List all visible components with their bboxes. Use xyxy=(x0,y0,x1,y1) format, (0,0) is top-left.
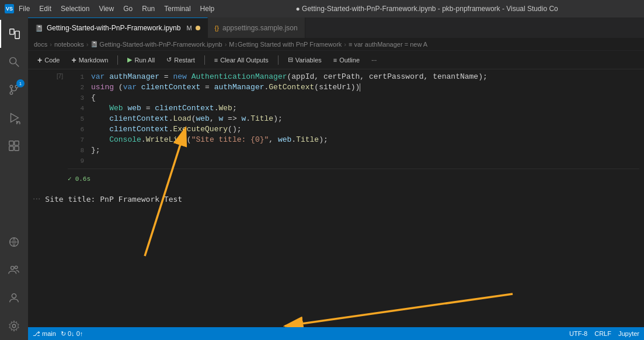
line-content-2: using (var clientContext = authManager.G… xyxy=(91,82,639,93)
variables-button[interactable]: ⊟ Variables xyxy=(283,54,326,65)
line-num-3: 3 xyxy=(70,93,84,103)
status-branch[interactable]: ⎇ main xyxy=(33,330,56,338)
outline-icon: ≡ xyxy=(333,57,337,64)
line-num-6: 6 xyxy=(70,124,84,135)
output-time: 0.6s xyxy=(75,174,90,184)
status-right: UTF-8 CRLF Jupyter xyxy=(569,330,639,337)
restart-button[interactable]: ↺ Restart xyxy=(162,54,199,65)
svg-rect-14 xyxy=(15,146,19,150)
more-label: ··· xyxy=(371,57,377,64)
svg-point-4 xyxy=(10,85,13,88)
line-content-6: clientContext.ExecuteQuery(); xyxy=(91,124,639,135)
check-icon: ✓ xyxy=(68,174,72,184)
settings-icon xyxy=(8,320,20,332)
status-eol[interactable]: CRLF xyxy=(594,330,611,337)
explorer-icon xyxy=(8,27,21,40)
run-icon xyxy=(8,111,20,124)
breadcrumb-code[interactable]: ≡ var authManager = new A xyxy=(349,41,427,48)
line-content-5: clientContext.Load(web, w => w.Title); xyxy=(91,114,639,124)
status-sync[interactable]: ↻ 0↓ 0↑ xyxy=(61,330,83,338)
menu-view[interactable]: View xyxy=(99,5,114,13)
menu-run[interactable]: Run xyxy=(142,5,155,13)
run-all-icon: ▶ xyxy=(127,56,132,64)
svg-rect-11 xyxy=(9,141,13,145)
activity-item-accounts[interactable] xyxy=(0,284,28,312)
json-tab-icon: {} xyxy=(215,24,219,31)
svg-rect-1 xyxy=(15,31,19,38)
menu-file[interactable]: File xyxy=(19,5,30,13)
activity-item-search[interactable] xyxy=(0,48,28,76)
line-num-9: 9 xyxy=(70,156,84,166)
breadcrumb-file-icon: 📓 xyxy=(90,41,98,47)
main-layout: 1 xyxy=(0,17,644,340)
breadcrumb-docs[interactable]: docs xyxy=(34,41,47,48)
variables-icon: ⊟ xyxy=(288,56,293,64)
output-status: ✓ 0.6s xyxy=(68,174,639,184)
status-encoding[interactable]: UTF-8 xyxy=(569,330,587,337)
status-bar: ⎇ main ↻ 0↓ 0↑ UTF-8 CRLF Jupyter xyxy=(28,327,644,340)
restart-icon: ↺ xyxy=(166,56,172,64)
svg-rect-12 xyxy=(15,141,19,145)
svg-point-19 xyxy=(12,294,16,298)
breadcrumb-section[interactable]: M↕Getting Started with PnP Framework xyxy=(229,41,342,48)
menu-bar[interactable]: File Edit Selection View Go Run Terminal… xyxy=(19,5,214,13)
menu-help[interactable]: Help xyxy=(200,5,215,13)
add-code-button[interactable]: + Code xyxy=(33,54,64,66)
line-content-9 xyxy=(91,156,639,166)
teams-icon xyxy=(8,264,20,276)
activity-bar: 1 xyxy=(0,17,28,340)
tab-bar: 📓 Getting-Started-with-PnP-Framework.ipy… xyxy=(28,17,644,38)
menu-selection[interactable]: Selection xyxy=(61,5,89,13)
plus-icon: + xyxy=(37,55,42,65)
toolbar-separator-3 xyxy=(278,55,279,65)
menu-go[interactable]: Go xyxy=(123,5,133,13)
svg-rect-0 xyxy=(10,29,14,34)
activity-item-remote[interactable] xyxy=(0,228,28,256)
search-icon xyxy=(8,55,20,68)
menu-edit[interactable]: Edit xyxy=(39,5,51,13)
run-all-button[interactable]: ▶ Run All xyxy=(123,54,159,65)
extensions-icon xyxy=(8,139,20,152)
line-content-1: var authManager = new AuthenticationMana… xyxy=(91,72,639,82)
line-content-8: }; xyxy=(91,145,639,156)
code-label: Code xyxy=(44,57,60,64)
menu-terminal[interactable]: Terminal xyxy=(164,5,190,13)
line-num-2: 2 xyxy=(70,82,84,93)
status-language[interactable]: Jupyter xyxy=(618,330,639,337)
line-num-7: 7 xyxy=(70,135,84,145)
breadcrumb-notebooks[interactable]: notebooks xyxy=(54,41,84,48)
more-button[interactable]: ··· xyxy=(367,55,381,65)
output-text-row: ··· Site title: PnP Framework Test xyxy=(28,194,644,209)
variables-label: Variables xyxy=(295,57,322,64)
notebook-tab-icon: 📓 xyxy=(35,24,43,32)
clear-outputs-button[interactable]: ≡ Clear All Outputs xyxy=(210,55,273,65)
notebook-content[interactable]: [7] 1 var authManager = new Authenticati… xyxy=(28,69,644,327)
add-markdown-button[interactable]: + Markdown xyxy=(67,54,113,66)
activity-item-run[interactable] xyxy=(0,104,28,132)
cell-exec-number: [7] xyxy=(57,73,63,79)
line-num-1: 1 xyxy=(70,72,84,82)
output-text: Site title: PnP Framework Test xyxy=(45,194,182,205)
output-ellipsis: ··· xyxy=(33,194,40,204)
activity-item-teams[interactable] xyxy=(0,256,28,284)
activity-item-extensions[interactable] xyxy=(0,132,28,160)
svg-marker-8 xyxy=(11,114,19,122)
cell-body[interactable]: 1 var authManager = new AuthenticationMa… xyxy=(68,72,639,191)
svg-point-20 xyxy=(12,324,16,328)
activity-item-source-control[interactable]: 1 xyxy=(0,76,28,104)
tab-json[interactable]: {} appsettings.sample.json xyxy=(208,17,305,38)
svg-point-18 xyxy=(15,266,18,269)
code-line-6: 6 clientContext.ExecuteQuery(); xyxy=(68,124,639,135)
tab-notebook[interactable]: 📓 Getting-Started-with-PnP-Framework.ipy… xyxy=(28,17,208,38)
source-control-badge: 1 xyxy=(16,79,25,87)
code-line-3: 3 { xyxy=(68,93,639,103)
line-content-3: { xyxy=(91,93,639,103)
line-content-4: Web web = clientContext.Web; xyxy=(91,103,639,114)
activity-item-settings[interactable] xyxy=(0,312,28,340)
code-line-8: 8 }; xyxy=(68,145,639,156)
activity-item-explorer[interactable] xyxy=(0,20,28,48)
outline-button[interactable]: ≡ Outline xyxy=(329,55,364,65)
breadcrumb-file[interactable]: 📓 Getting-Started-with-PnP-Framework.ipy… xyxy=(90,41,222,48)
editor-area: 📓 Getting-Started-with-PnP-Framework.ipy… xyxy=(28,17,644,340)
svg-rect-13 xyxy=(9,146,13,150)
